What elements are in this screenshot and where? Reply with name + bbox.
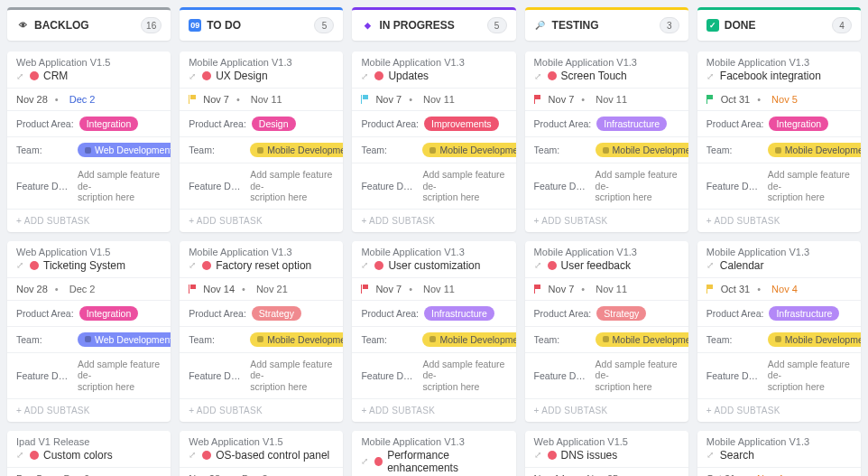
team-pill-web_development[interactable]: Web Development [78, 143, 171, 157]
area-pill-integration[interactable]: Integration [79, 117, 139, 131]
area-pill-improvements[interactable]: Improvements [424, 117, 499, 131]
expand-icon[interactable]: ⤢ [706, 260, 714, 270]
add-subtask-button[interactable]: + ADD SUBTASK [7, 210, 171, 232]
date-range[interactable]: Nov 14•Nov 21 [180, 278, 343, 301]
expand-icon[interactable]: ⤢ [361, 71, 368, 81]
column-header-testing[interactable]: 🔎TESTING3 [525, 7, 688, 41]
card-header: Mobile Application V1.3⤢Updates [352, 51, 515, 89]
team-pill-mobile_development[interactable]: Mobile Development [768, 332, 861, 347]
team-color-swatch [603, 147, 609, 154]
team-pill-mobile_development[interactable]: Mobile Development [250, 143, 343, 157]
expand-icon[interactable]: ⤢ [534, 450, 541, 460]
column-header-todo[interactable]: 09TO DO5 [180, 7, 343, 41]
add-subtask-button[interactable]: + ADD SUBTASK [697, 210, 861, 232]
expand-icon[interactable]: ⤢ [189, 260, 196, 270]
date-range[interactable]: Nov 7•Nov 11 [180, 89, 343, 111]
add-subtask-button[interactable]: + ADD SUBTASK [180, 399, 343, 422]
area-pill-integration[interactable]: Integration [79, 306, 139, 321]
expand-icon[interactable]: ⤢ [361, 260, 368, 270]
feature-description-row[interactable]: Feature Des...Add sample feature de- scr… [7, 353, 171, 399]
feature-description-row[interactable]: Feature Des...Add sample feature de- scr… [352, 353, 515, 399]
team-pill-label: Mobile Development [613, 334, 688, 345]
task-card[interactable]: Mobile Application V1.3⤢Facebook integra… [697, 51, 861, 232]
expand-icon[interactable]: ⤢ [361, 456, 368, 466]
column-header-backlog[interactable]: 👁BACKLOG16 [7, 7, 171, 41]
feature-description-row[interactable]: Feature Des...Add sample feature de- scr… [7, 163, 171, 210]
add-subtask-button[interactable]: + ADD SUBTASK [7, 399, 171, 422]
task-card[interactable]: Web Application V1.5⤢CRMNov 28•Dec 2Prod… [7, 51, 171, 232]
date-range[interactable]: Nov 7•Nov 11 [525, 278, 688, 301]
feature-description-row[interactable]: Feature Des...Add sample feature de- scr… [525, 163, 688, 210]
date-range[interactable]: Oct 31•Nov 5 [697, 89, 861, 111]
add-subtask-button[interactable]: + ADD SUBTASK [525, 399, 688, 422]
team-pill-mobile_development[interactable]: Mobile Development [596, 143, 688, 157]
priority-dot-icon [202, 261, 211, 270]
area-pill-infrastructure[interactable]: Infrastructure [424, 306, 494, 321]
expand-icon[interactable]: ⤢ [16, 450, 23, 460]
task-card[interactable]: Mobile Application V1.3⤢Performance enha… [352, 431, 515, 476]
task-card[interactable]: Mobile Application V1.3⤢User customizati… [352, 241, 515, 422]
expand-icon[interactable]: ⤢ [534, 71, 541, 81]
column-header-done[interactable]: ✓DONE4 [697, 7, 861, 41]
date-range[interactable]: Nov 28•Dec 2 [180, 468, 343, 476]
feature-description-row[interactable]: Feature Des...Add sample feature de- scr… [525, 353, 688, 399]
expand-icon[interactable]: ⤢ [534, 260, 541, 270]
priority-dot-icon [548, 261, 557, 270]
feature-description-row[interactable]: Feature Des...Add sample feature de- scr… [697, 353, 861, 399]
task-card[interactable]: Mobile Application V1.3⤢CalendarOct 31•N… [697, 241, 861, 422]
expand-icon[interactable]: ⤢ [189, 71, 196, 81]
team-pill-mobile_development[interactable]: Mobile Development [596, 332, 688, 347]
task-card[interactable]: Web Application V1.5⤢OS-based control pa… [180, 431, 343, 476]
add-subtask-button[interactable]: + ADD SUBTASK [180, 210, 343, 232]
column-header-in_progress[interactable]: ◆IN PROGRESS5 [352, 7, 515, 41]
area-pill-integration[interactable]: Integration [769, 117, 828, 131]
expand-icon[interactable]: ⤢ [16, 71, 23, 81]
date-range[interactable]: Oct 31•Nov 4 [697, 278, 861, 301]
card-header: Mobile Application V1.3⤢UX Design [180, 51, 343, 89]
task-card[interactable]: Ipad V1 Release⤢Custom colorsDec 5•Dec 9… [7, 431, 171, 476]
task-card[interactable]: Mobile Application V1.3⤢UX DesignNov 7•N… [180, 51, 343, 232]
feature-description-row[interactable]: Feature Des...Add sample feature de- scr… [352, 163, 515, 210]
task-card[interactable]: Mobile Application V1.3⤢Factory reset op… [180, 241, 343, 422]
expand-icon[interactable]: ⤢ [189, 450, 196, 460]
project-name: Mobile Application V1.3 [361, 247, 506, 257]
expand-icon[interactable]: ⤢ [706, 71, 714, 81]
task-card[interactable]: Web Application V1.5⤢DNS issuesNov 14•No… [525, 431, 688, 476]
date-range[interactable]: Nov 7•Nov 11 [525, 89, 688, 111]
feature-description-row[interactable]: Feature Des...Add sample feature de- scr… [180, 163, 343, 210]
date-range[interactable]: Nov 28•Dec 2 [7, 278, 171, 301]
add-subtask-button[interactable]: + ADD SUBTASK [525, 210, 688, 232]
area-pill-strategy[interactable]: Strategy [252, 306, 301, 321]
area-pill-strategy[interactable]: Strategy [596, 306, 646, 321]
area-pill-design[interactable]: Design [252, 117, 296, 131]
team-pill-mobile_development[interactable]: Mobile Development [250, 332, 343, 347]
team-pill-mobile_development[interactable]: Mobile Development [422, 143, 515, 157]
add-subtask-button[interactable]: + ADD SUBTASK [352, 210, 515, 232]
task-card[interactable]: Mobile Application V1.3⤢Screen TouchNov … [525, 51, 688, 232]
date-range[interactable]: Nov 28•Dec 2 [7, 89, 171, 111]
team-pill-mobile_development[interactable]: Mobile Development [422, 332, 515, 347]
expand-icon[interactable]: ⤢ [706, 450, 714, 460]
feature-description-row[interactable]: Feature Des...Add sample feature de- scr… [697, 163, 861, 210]
end-date: Dec 2 [69, 94, 96, 105]
date-range[interactable]: Nov 14•Nov 25 [525, 468, 688, 476]
date-range[interactable]: Dec 5•Dec 9 [7, 468, 171, 476]
date-range[interactable]: Nov 7•Nov 11 [352, 278, 515, 301]
date-range[interactable]: Nov 7•Nov 11 [352, 89, 515, 111]
project-name: Web Application V1.5 [189, 436, 334, 447]
date-range[interactable]: Oct 31•Nov 4 [697, 468, 861, 476]
add-subtask-button[interactable]: + ADD SUBTASK [697, 399, 861, 422]
task-card[interactable]: Mobile Application V1.3⤢UpdatesNov 7•Nov… [352, 51, 515, 232]
area-pill-infrastructure[interactable]: Infrastructure [596, 117, 667, 131]
feature-description-row[interactable]: Feature Des...Add sample feature de- scr… [180, 353, 343, 399]
start-date: Nov 14 [203, 284, 235, 294]
flag-icon [361, 95, 370, 104]
add-subtask-button[interactable]: + ADD SUBTASK [352, 399, 515, 422]
area-pill-infrastructure[interactable]: Infrastructure [769, 306, 839, 321]
task-card[interactable]: Mobile Application V1.3⤢SearchOct 31•Nov… [697, 431, 861, 476]
team-pill-web_development[interactable]: Web Development [78, 332, 171, 347]
task-card[interactable]: Mobile Application V1.3⤢User feedbackNov… [525, 241, 688, 422]
expand-icon[interactable]: ⤢ [16, 260, 23, 270]
task-card[interactable]: Web Application V1.5⤢Ticketing SystemNov… [7, 241, 171, 422]
team-pill-mobile_development[interactable]: Mobile Development [768, 143, 861, 157]
